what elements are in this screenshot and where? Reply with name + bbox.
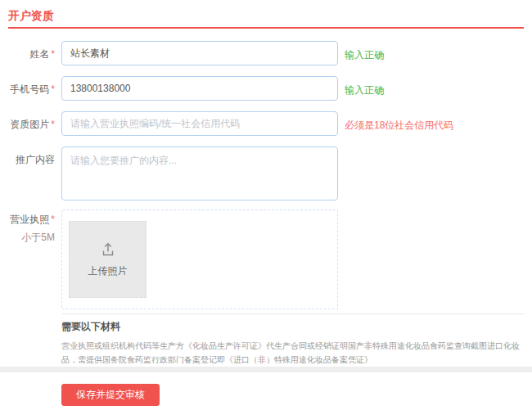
business-license-label-text: 营业执照* [8,214,55,225]
section-divider [0,367,532,372]
upload-photo-button[interactable]: 上传照片 [69,221,147,298]
upload-icon [99,241,117,259]
qualification-code-error-hint: 必须是18位社会信用代码 [345,111,453,133]
business-license-label: 营业执照* 小于5M [8,210,55,243]
name-label-text: 姓名 [29,48,49,60]
name-validation-hint: 输入正确 [345,41,384,62]
qualification-code-input[interactable] [61,111,338,136]
phone-input[interactable] [61,76,338,101]
promotion-content-textarea[interactable] [61,146,338,200]
page-title: 开户资质 [8,9,54,22]
business-license-row: 营业执照* 小于5M 上传照片 [8,210,532,309]
required-asterisk: * [51,83,55,95]
qualification-code-row: 资质图片* 必须是18位社会信用代码 [8,111,532,136]
promotion-content-label: 推广内容 [8,146,55,165]
upload-button-label: 上传照片 [88,264,128,278]
phone-label: 手机号码* [8,76,55,95]
required-asterisk: * [51,119,55,130]
account-qualification-page: 开户资质 姓名* 输入正确 手机号码* 输入正确 资质图片* 必须是18位社会信… [0,0,532,410]
materials-body: 营业执照或组织机构代码等生产方《化妆品生产许可证》代生产合同或经销证明国产非特殊… [61,339,524,367]
qualification-image-label: 资质图片* [8,111,55,130]
materials-section: 需要以下材料 营业执照或组织机构代码等生产方《化妆品生产许可证》代生产合同或经销… [61,313,524,367]
phone-row: 手机号码* 输入正确 [8,76,532,101]
name-input[interactable] [61,41,338,65]
name-row: 姓名* 输入正确 [8,41,532,65]
required-asterisk: * [51,214,55,225]
materials-heading: 需要以下材料 [61,320,524,334]
promotion-content-label-text: 推广内容 [16,154,55,165]
size-limit-note: 小于5M [8,232,55,243]
page-header: 开户资质 [8,8,524,29]
required-asterisk: * [51,48,55,60]
upload-dropzone[interactable]: 上传照片 [61,210,338,309]
qualification-image-label-text: 资质图片 [10,119,49,130]
phone-validation-hint: 输入正确 [345,76,384,97]
submit-button[interactable]: 保存并提交审核 [61,384,160,406]
phone-label-text: 手机号码 [10,83,49,95]
qualification-form: 姓名* 输入正确 手机号码* 输入正确 资质图片* 必须是18位社会信用代码 推… [0,29,532,367]
name-label: 姓名* [8,41,55,60]
promotion-content-row: 推广内容 [8,146,532,200]
